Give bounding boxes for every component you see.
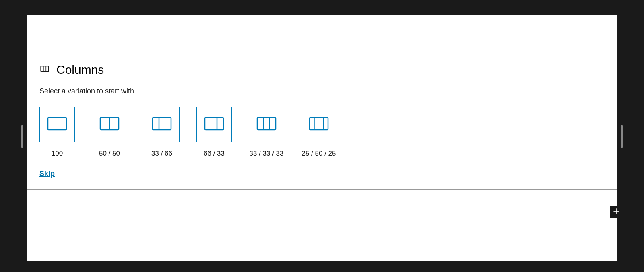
columns-icon (39, 64, 50, 76)
layout-50-50-icon (99, 117, 120, 132)
layout-33-66-icon (152, 117, 172, 132)
variation-33-33-33[interactable]: 33 / 33 / 33 (249, 107, 284, 158)
svg-rect-10 (257, 118, 276, 130)
variation-label: 100 (52, 149, 63, 158)
variation-icon-box (39, 107, 75, 142)
svg-rect-8 (205, 118, 223, 130)
variation-icon-box (249, 107, 284, 142)
variation-icon-box (92, 107, 127, 142)
variation-100[interactable]: 100 (39, 107, 75, 158)
variation-label: 66 / 33 (204, 149, 225, 158)
plus-icon (612, 207, 620, 217)
panel-title: Columns (56, 63, 104, 77)
skip-link[interactable]: Skip (39, 170, 55, 178)
panel-header: Columns (39, 63, 605, 77)
variation-icon-box (144, 107, 180, 142)
panel-subtitle: Select a variation to start with. (39, 87, 605, 96)
variation-66-33[interactable]: 66 / 33 (196, 107, 232, 158)
variation-50-50[interactable]: 50 / 50 (92, 107, 127, 158)
variation-label: 33 / 33 / 33 (249, 149, 283, 158)
layout-100-icon (47, 117, 67, 132)
variation-icon-box (301, 107, 336, 142)
variation-label: 25 / 50 / 25 (301, 149, 336, 158)
variation-label: 33 / 66 (151, 149, 172, 158)
variation-25-50-25[interactable]: 25 / 50 / 25 (301, 107, 336, 158)
svg-rect-13 (310, 118, 328, 130)
block-placeholder-bottom (27, 190, 617, 261)
variations-list: 100 50 / 50 (39, 107, 605, 158)
layout-25-50-25-icon (309, 117, 329, 132)
svg-rect-6 (153, 118, 171, 130)
layout-33-33-33-icon (256, 117, 277, 132)
variation-icon-box (196, 107, 232, 142)
resize-handle-left[interactable] (21, 125, 23, 148)
add-block-button[interactable] (610, 206, 622, 218)
block-placeholder-top (27, 15, 617, 49)
svg-rect-0 (41, 66, 49, 72)
svg-rect-3 (48, 118, 66, 130)
variation-label: 50 / 50 (99, 149, 120, 158)
resize-handle-right[interactable] (621, 125, 623, 148)
editor-canvas: Columns Select a variation to start with… (27, 15, 617, 261)
layout-66-33-icon (204, 117, 224, 132)
columns-block-placeholder: Columns Select a variation to start with… (27, 49, 617, 190)
variation-33-66[interactable]: 33 / 66 (144, 107, 180, 158)
